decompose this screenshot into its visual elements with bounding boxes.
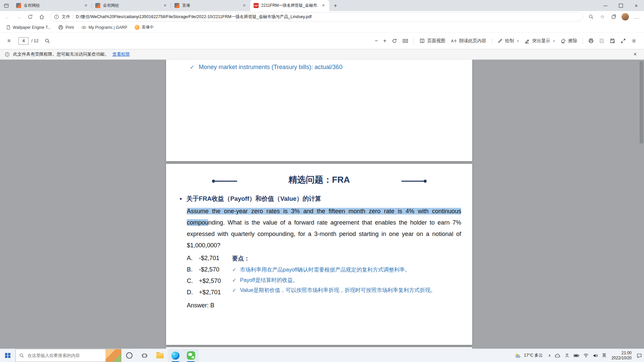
tab-close-icon[interactable]: × [241, 3, 247, 8]
highlight-button[interactable]: 突出显示 ∨ [522, 35, 558, 47]
new-tab-button[interactable]: + [331, 1, 340, 10]
search-icon [588, 14, 594, 19]
action-center-button[interactable] [635, 349, 644, 362]
fullscreen-button[interactable] [618, 35, 629, 47]
profile-avatar[interactable] [622, 13, 629, 20]
chevron-down-icon[interactable]: ∨ [553, 39, 555, 43]
read-aloud-button[interactable]: A 朗读此页内容 [448, 35, 489, 47]
sidebar-search-button[interactable] [586, 12, 596, 22]
keypoint-text: Payoff是结算时的收益。 [240, 277, 298, 284]
scrollbar[interactable] [639, 60, 644, 349]
zoom-reset-button[interactable] [389, 35, 400, 47]
highlighter-icon [524, 38, 530, 44]
pdf-toolbar: ≡ / 12 − + 页面视图 A 朗读此页内容 绘制 ∨ [0, 33, 644, 49]
wechat-taskbar-button[interactable] [183, 349, 199, 362]
pen-icon [497, 38, 503, 44]
tab-close-icon[interactable]: × [83, 3, 89, 8]
tab-close-icon[interactable]: × [162, 3, 168, 8]
refresh-button[interactable] [25, 12, 36, 22]
chevron-down-icon[interactable]: ∨ [517, 39, 519, 43]
printer-icon [58, 25, 63, 30]
close-window-button[interactable]: × [629, 0, 644, 11]
more-menu-button[interactable]: … [631, 12, 642, 22]
pdf-page-4: 精选问题：FRA ● 关于FRA收益（Payoff）和价值（Value）的计算 … [166, 164, 472, 345]
page-number-input[interactable] [18, 37, 29, 45]
notice-close-icon[interactable]: × [631, 51, 639, 57]
onedrive-tray-icon[interactable] [553, 349, 562, 362]
tab-actions-button[interactable] [0, 0, 13, 11]
zoom-out-button[interactable]: − [372, 35, 380, 47]
maximize-button[interactable] [613, 0, 629, 11]
home-button[interactable] [36, 12, 47, 22]
taskbar-search-input[interactable] [27, 353, 103, 358]
pdf-menu-button[interactable]: ≡ [5, 35, 13, 47]
option-a: A. -$2,701 [187, 252, 221, 264]
task-view-icon [142, 353, 148, 358]
battery-tray-icon[interactable] [572, 349, 581, 362]
bookmark-print[interactable]: Print [55, 24, 76, 31]
tab-close-icon[interactable]: × [321, 3, 326, 8]
svg-text:A: A [451, 39, 454, 43]
browser-toolbar: ← → 文件 D:/微信/WeChat%20Files/caitianyi135… [0, 11, 644, 22]
bookmark-wallpaper-engine[interactable]: Wallpaper Engine T... [3, 24, 53, 31]
pdf-settings-button[interactable] [629, 35, 639, 47]
address-scheme-label: 文件 [62, 14, 70, 20]
tray-expand-button[interactable]: ∧ [546, 349, 553, 362]
collections-button[interactable] [608, 12, 619, 22]
folder-icon [156, 353, 164, 358]
save-button[interactable] [596, 35, 607, 47]
minus-icon: − [375, 38, 378, 44]
start-button[interactable] [0, 349, 15, 362]
page-info-icon[interactable] [54, 14, 59, 19]
check-icon: ✓ [232, 287, 236, 293]
tab-jincheng-1[interactable]: 金程网校 × [13, 0, 92, 11]
bookmark-live-stream[interactable]: 直播中 [132, 23, 156, 31]
print-button[interactable] [586, 35, 596, 47]
file-explorer-button[interactable] [152, 349, 168, 362]
bookmark-label: Print [65, 25, 74, 30]
tabs: 金程网校 × 金程网校 × 直播 × PDF 2211FRM一级名师答疑_金融市… [13, 0, 340, 11]
tab-pdf-active[interactable]: PDF 2211FRM一级名师答疑_金融市... × [250, 0, 329, 11]
task-view-button[interactable] [137, 349, 152, 362]
search-daily-image[interactable] [105, 349, 121, 362]
save-as-button[interactable] [607, 35, 618, 47]
title-decor-left [212, 180, 237, 183]
cortana-button[interactable] [121, 349, 137, 362]
section-heading-text: 关于FRA收益（Payoff）和价值（Value）的计算 [186, 195, 321, 203]
view-permissions-link[interactable]: 查看权限 [112, 51, 130, 57]
minimize-button[interactable]: — [598, 0, 613, 11]
address-divider [73, 14, 73, 19]
tab-title: 金程网校 [24, 3, 80, 8]
page-view-button[interactable]: 页面视图 [417, 35, 448, 47]
ime-language-button[interactable]: 英 [600, 349, 608, 362]
zoom-in-button[interactable]: + [380, 35, 389, 47]
bookmark-garp[interactable]: My Programs | GARP [78, 24, 130, 31]
taskbar-clock[interactable]: 21:00 2022/10/20 [608, 351, 635, 361]
weather-widget[interactable]: 17°C 多云 [511, 353, 546, 359]
favorites-button[interactable]: ☆ [597, 12, 608, 22]
window-controls: — × [598, 0, 644, 11]
volume-tray-icon[interactable] [591, 349, 600, 362]
draw-button[interactable]: 绘制 ∨ [495, 35, 522, 47]
tab-live[interactable]: 直播 × [171, 0, 250, 11]
back-button[interactable]: ← [2, 12, 13, 22]
search-icon [45, 38, 50, 44]
erase-button[interactable]: 擦除 [558, 35, 580, 47]
forward-button[interactable]: → [13, 12, 24, 22]
tab-title: 2211FRM一级名师答疑_金融市... [261, 3, 318, 8]
scrollbar-thumb[interactable] [640, 61, 643, 143]
keypoint-item: ✓ 市场利率用在产品payoff确认时需要根据产品规定的复利方式调整利率。 [232, 266, 436, 277]
address-bar[interactable]: 文件 D:/微信/WeChat%20Files/caitianyi1350162… [50, 12, 583, 21]
edge-taskbar-button[interactable] [168, 349, 183, 362]
edge-window: 金程网校 × 金程网校 × 直播 × PDF 2211FRM一级名师答疑_金融市… [0, 0, 644, 362]
account-tray-icon[interactable] [562, 349, 572, 362]
taskbar-search-box[interactable] [15, 349, 121, 362]
page-count-label: / 12 [31, 38, 39, 43]
tab-jincheng-2[interactable]: 金程网校 × [92, 0, 171, 11]
highlight-label: 突出显示 [532, 38, 550, 44]
network-tray-icon[interactable] [581, 349, 591, 362]
fit-to-width-button[interactable] [400, 35, 411, 47]
back-icon: ← [5, 14, 10, 20]
answer-text: Answer: B [187, 302, 214, 309]
pdf-search-button[interactable] [42, 35, 53, 47]
